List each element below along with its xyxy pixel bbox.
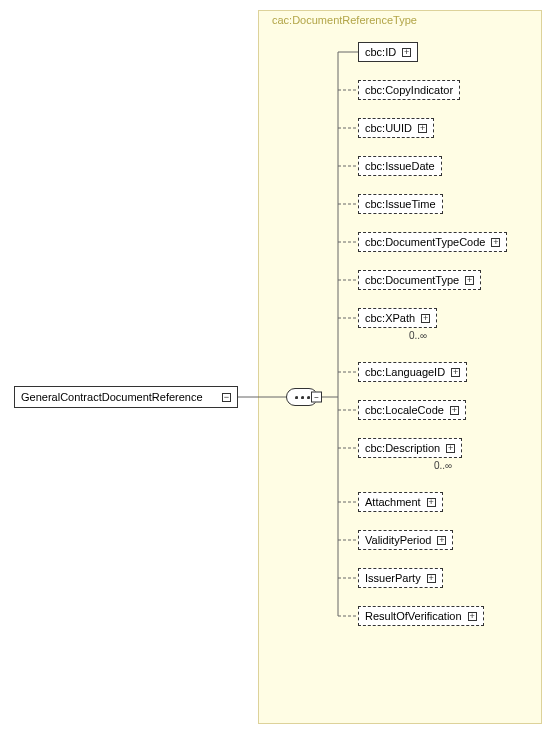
child-element[interactable]: cbc:UUID+ — [358, 118, 434, 138]
child-element-label: cbc:ID — [365, 46, 396, 58]
child-element[interactable]: cbc:XPath+ — [358, 308, 437, 328]
child-element-label: cbc:IssueTime — [365, 198, 436, 210]
child-element-label: ValidityPeriod — [365, 534, 431, 546]
plus-icon[interactable]: + — [446, 444, 455, 453]
child-element-label: cbc:DocumentTypeCode — [365, 236, 485, 248]
cardinality-label: 0..∞ — [409, 330, 427, 341]
plus-icon[interactable]: + — [427, 574, 436, 583]
child-element-label: ResultOfVerification — [365, 610, 462, 622]
child-element[interactable]: cbc:Description+ — [358, 438, 462, 458]
plus-icon[interactable]: + — [437, 536, 446, 545]
diagram-canvas: cac:DocumentReferenceType GeneralContrac… — [0, 0, 547, 738]
child-element-label: Attachment — [365, 496, 421, 508]
child-element[interactable]: cbc:CopyIndicator — [358, 80, 460, 100]
child-element-label: cbc:DocumentType — [365, 274, 459, 286]
type-label: cac:DocumentReferenceType — [272, 14, 417, 26]
child-element[interactable]: cbc:DocumentTypeCode+ — [358, 232, 507, 252]
child-element-label: cbc:IssueDate — [365, 160, 435, 172]
plus-icon[interactable]: + — [465, 276, 474, 285]
child-element[interactable]: cbc:ID+ — [358, 42, 418, 62]
child-element[interactable]: cbc:LocaleCode+ — [358, 400, 466, 420]
plus-icon[interactable]: + — [450, 406, 459, 415]
child-element[interactable]: cbc:LanguageID+ — [358, 362, 467, 382]
plus-icon[interactable]: + — [451, 368, 460, 377]
child-element-label: cbc:LanguageID — [365, 366, 445, 378]
child-element[interactable]: IssuerParty+ — [358, 568, 443, 588]
root-element[interactable]: GeneralContractDocumentReference − — [14, 386, 238, 408]
child-element[interactable]: Attachment+ — [358, 492, 443, 512]
child-element[interactable]: ValidityPeriod+ — [358, 530, 453, 550]
plus-icon[interactable]: + — [491, 238, 500, 247]
minus-icon[interactable]: − — [222, 393, 231, 402]
minus-icon[interactable]: − — [311, 392, 322, 403]
plus-icon[interactable]: + — [402, 48, 411, 57]
plus-icon[interactable]: + — [468, 612, 477, 621]
cardinality-label: 0..∞ — [434, 460, 452, 471]
child-element-label: cbc:XPath — [365, 312, 415, 324]
child-element[interactable]: cbc:DocumentType+ — [358, 270, 481, 290]
child-element[interactable]: ResultOfVerification+ — [358, 606, 484, 626]
root-element-label: GeneralContractDocumentReference — [21, 391, 203, 403]
plus-icon[interactable]: + — [418, 124, 427, 133]
child-element-label: cbc:Description — [365, 442, 440, 454]
plus-icon[interactable]: + — [427, 498, 436, 507]
child-element[interactable]: cbc:IssueDate — [358, 156, 442, 176]
sequence-compositor[interactable]: − — [286, 388, 318, 406]
child-element-label: cbc:LocaleCode — [365, 404, 444, 416]
sequence-dots-icon — [295, 396, 310, 399]
child-element[interactable]: cbc:IssueTime — [358, 194, 443, 214]
plus-icon[interactable]: + — [421, 314, 430, 323]
child-element-label: IssuerParty — [365, 572, 421, 584]
child-element-label: cbc:UUID — [365, 122, 412, 134]
child-element-label: cbc:CopyIndicator — [365, 84, 453, 96]
